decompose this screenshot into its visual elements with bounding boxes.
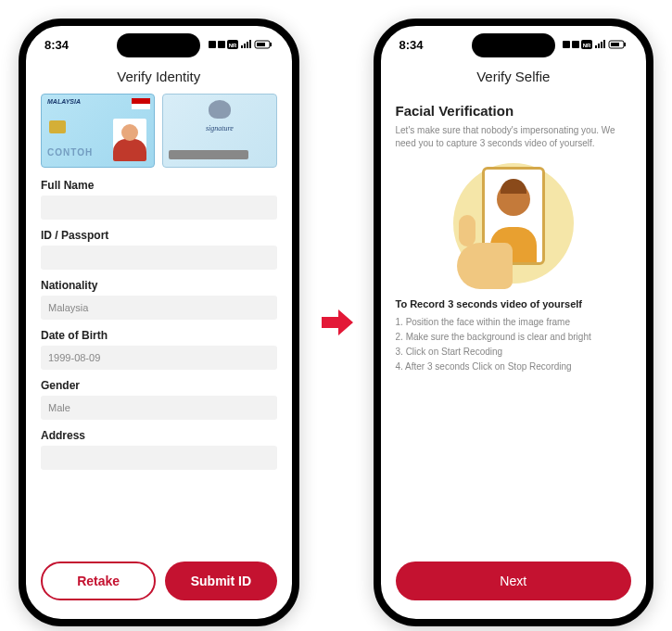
bottom-bar: Next: [381, 550, 647, 619]
input-gender[interactable]: [41, 396, 277, 420]
label-dob: Date of Birth: [41, 329, 277, 342]
phone-verify-identity: 8:34 NR Verify Identity CONTOH signature…: [19, 19, 299, 626]
id-card-front[interactable]: CONTOH: [41, 94, 155, 168]
status-time: 8:34: [399, 38, 424, 52]
svg-rect-0: [209, 41, 216, 48]
section-desc: Let's make sure that nobody's impersonat…: [396, 124, 632, 150]
step-3: 3. Click on Start Recoding: [396, 345, 632, 360]
step-2: 2. Make sure the background is clear and…: [396, 330, 632, 345]
notch: [472, 33, 555, 57]
field-address: Address: [41, 429, 277, 470]
next-button[interactable]: Next: [396, 562, 632, 600]
illustration-wrap: [396, 163, 632, 284]
label-gender: Gender: [41, 379, 277, 392]
step-4: 4. After 3 seconds Click on Stop Recordi…: [396, 360, 632, 374]
label-nationality: Nationality: [41, 279, 277, 292]
selfie-illustration: [453, 163, 574, 284]
field-gender: Gender: [41, 379, 277, 420]
status-time: 8:34: [44, 38, 69, 52]
field-dob: Date of Birth: [41, 329, 277, 370]
step-1: 1. Position the face within the image fr…: [396, 315, 632, 330]
input-dob[interactable]: [41, 346, 277, 370]
field-nationality: Nationality: [41, 279, 277, 320]
label-id-passport: ID / Passport: [41, 229, 277, 242]
id-watermark: CONTOH: [47, 147, 93, 158]
section-heading: Facial Verification: [396, 103, 632, 119]
content-area: CONTOH signature Full Name ID / Passport…: [26, 94, 292, 550]
submit-id-button[interactable]: Submit ID: [165, 562, 276, 600]
input-address[interactable]: [41, 446, 277, 470]
id-card-back[interactable]: signature: [162, 94, 276, 168]
chip-icon: [49, 120, 66, 133]
mag-strip: [169, 150, 247, 159]
svg-text:NR: NR: [228, 43, 236, 48]
svg-rect-13: [624, 43, 626, 46]
page-title: Verify Selfie: [381, 63, 647, 94]
id-card-row: CONTOH signature: [41, 94, 277, 168]
flag-icon: [132, 98, 150, 109]
phone-verify-selfie: 8:34 NR Verify Selfie Facial Verificatio…: [374, 19, 654, 626]
svg-text:NR: NR: [583, 43, 591, 48]
signature: signature: [206, 124, 234, 133]
emblem-icon: [209, 100, 231, 119]
svg-rect-5: [257, 43, 265, 46]
bottom-bar: Retake Submit ID: [26, 550, 292, 619]
sub-heading: To Record 3 seconds video of yourself: [396, 298, 632, 309]
page-title: Verify Identity: [26, 63, 292, 94]
status-icons: NR: [563, 39, 628, 50]
input-full-name[interactable]: [41, 196, 277, 220]
label-address: Address: [41, 429, 277, 442]
content-area: Facial Verification Let's make sure that…: [381, 94, 647, 550]
retake-button[interactable]: Retake: [41, 562, 156, 600]
svg-rect-12: [611, 43, 619, 46]
input-nationality[interactable]: [41, 296, 277, 320]
svg-rect-6: [270, 43, 272, 46]
svg-rect-7: [563, 41, 570, 48]
svg-rect-1: [218, 41, 225, 48]
field-full-name: Full Name: [41, 179, 277, 220]
notch: [117, 33, 200, 57]
label-full-name: Full Name: [41, 179, 277, 192]
arrow-icon: [318, 304, 355, 341]
illus-hand-icon: [457, 243, 513, 289]
field-id-passport: ID / Passport: [41, 229, 277, 270]
illus-thumb-icon: [459, 215, 475, 246]
status-icons: NR: [209, 39, 273, 50]
input-id-passport[interactable]: [41, 246, 277, 270]
illus-face-icon: [497, 183, 530, 216]
id-photo: [113, 119, 146, 161]
svg-rect-8: [572, 41, 579, 48]
steps-list: 1. Position the face within the image fr…: [396, 315, 632, 374]
